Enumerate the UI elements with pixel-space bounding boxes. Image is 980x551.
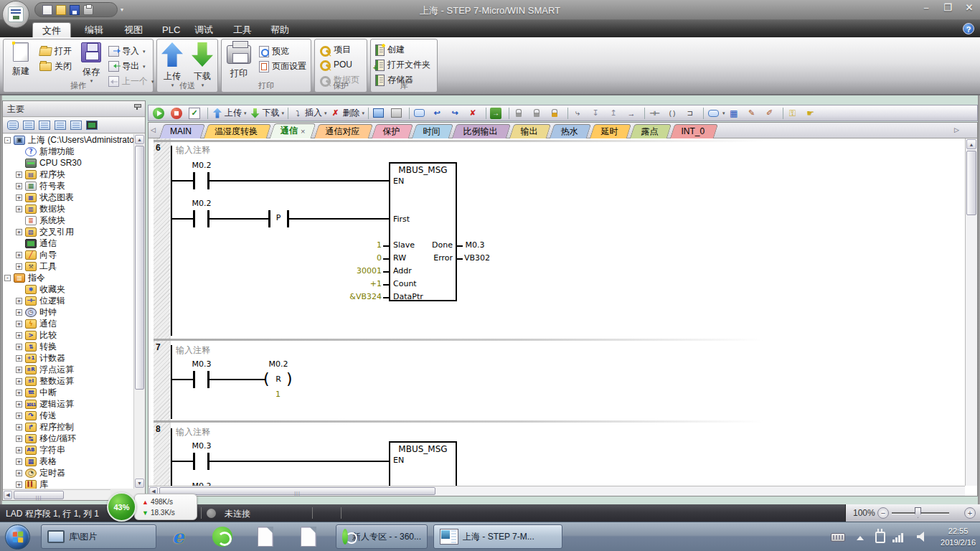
toolbar-button[interactable]: 上传 ▾ xyxy=(210,106,248,120)
tab-scroll-right-icon[interactable]: ▷ xyxy=(954,126,963,135)
expand-toggle[interactable]: + xyxy=(16,206,22,212)
tree-item[interactable]: + 通信 xyxy=(3,318,135,329)
expand-toggle[interactable]: + xyxy=(16,229,22,235)
taskbar-clock[interactable]: 22:55 2019/2/16 xyxy=(941,525,976,548)
tree-item[interactable]: + 程序控制 xyxy=(3,421,135,433)
start-button[interactable] xyxy=(5,524,30,550)
library-open-folder-button[interactable]: 打开文件夹 xyxy=(375,59,430,71)
pou-tab[interactable]: 通信 × xyxy=(270,123,315,138)
print-button[interactable]: 打印 xyxy=(223,41,255,80)
expand-toggle[interactable]: + xyxy=(16,194,22,201)
pin-icon[interactable] xyxy=(133,104,141,113)
contact-label[interactable]: M0.2 xyxy=(192,199,212,208)
tree-item[interactable]: 新增功能 xyxy=(3,146,135,157)
expand-toggle[interactable]: + xyxy=(16,355,22,362)
power-icon[interactable] xyxy=(875,532,885,543)
tree-item[interactable]: 系统块 xyxy=(3,215,135,226)
pou-tab[interactable]: 输出 xyxy=(510,124,550,138)
coil-operand[interactable]: M0.2 xyxy=(269,359,288,369)
toolbar-button[interactable] xyxy=(727,106,745,120)
pou-tab[interactable]: 通信对应 xyxy=(315,124,372,138)
tree-item[interactable]: + 数据块 xyxy=(3,203,135,215)
taskbar-document-icon[interactable] xyxy=(297,526,320,547)
tree-item[interactable]: + 状态图表 xyxy=(3,192,135,203)
tree-item[interactable]: + 时钟 xyxy=(3,306,135,318)
expand-toggle[interactable]: + xyxy=(16,378,22,385)
tree-item[interactable]: + 中断 xyxy=(3,387,135,398)
toolbar-button[interactable]: 删除 ▾ xyxy=(329,106,367,120)
tree-item[interactable]: + 交叉引用 xyxy=(3,226,135,237)
toolbar-button[interactable] xyxy=(512,106,529,120)
page-setup-button[interactable]: 页面设置 xyxy=(259,60,306,72)
view-icon-6[interactable] xyxy=(86,121,98,130)
tab-debug[interactable]: 调试 xyxy=(185,22,222,37)
taskbar-explorer-button[interactable]: 库\图片 xyxy=(41,524,156,549)
tree-item[interactable]: + 逻辑运算 xyxy=(3,398,135,410)
tree-item[interactable]: - 指令 xyxy=(3,272,135,283)
toolbar-button[interactable] xyxy=(489,106,507,120)
pin-value[interactable]: 30001 xyxy=(357,266,382,276)
editor-horizontal-scrollbar[interactable]: ◀ ||| xyxy=(149,486,965,496)
zoom-out-button[interactable]: − xyxy=(877,507,889,519)
expand-toggle[interactable]: + xyxy=(16,447,22,453)
app-icon[interactable] xyxy=(2,1,29,28)
tree-item[interactable]: CPU SR30 xyxy=(3,157,135,169)
tree-item[interactable]: + 字符串 xyxy=(3,444,135,456)
output-operand[interactable]: M0.3 xyxy=(466,240,485,250)
save-button[interactable]: 保存 ▾ xyxy=(75,42,107,84)
tab-close-icon[interactable]: × xyxy=(301,127,305,136)
tree-item[interactable]: + 表格 xyxy=(3,456,135,467)
tree-item[interactable]: + 程序块 xyxy=(3,169,135,180)
toolbar-button[interactable] xyxy=(588,106,606,120)
memory-ball[interactable]: 43% xyxy=(107,492,136,522)
expand-toggle[interactable]: + xyxy=(16,252,22,258)
library-create-button[interactable]: 创建 xyxy=(375,44,405,56)
tab-file[interactable]: 文件 xyxy=(32,22,71,37)
toolbar-button[interactable] xyxy=(567,108,568,119)
expand-toggle[interactable]: + xyxy=(16,171,22,178)
toolbar-button[interactable] xyxy=(509,108,509,119)
volume-icon[interactable] xyxy=(917,532,924,542)
toolbar-button[interactable] xyxy=(665,106,683,120)
expand-toggle[interactable]: + xyxy=(16,332,22,339)
toolbar-button[interactable] xyxy=(570,106,588,120)
toolbar-button[interactable] xyxy=(187,106,205,120)
expand-toggle[interactable]: + xyxy=(16,424,22,430)
toolbar-button[interactable]: 插入 ▾ xyxy=(291,106,329,120)
tree-item[interactable]: + 转换 xyxy=(3,341,135,352)
tree-item[interactable]: + 位逻辑 xyxy=(3,295,135,306)
expand-toggle[interactable]: + xyxy=(16,309,22,316)
expand-toggle[interactable]: - xyxy=(4,137,11,143)
expand-toggle[interactable]: + xyxy=(16,481,22,488)
new-button[interactable]: 新建 xyxy=(5,42,37,77)
tab-view[interactable]: 视图 xyxy=(115,22,152,37)
toolbar-button[interactable] xyxy=(486,108,486,119)
toolbar-button[interactable] xyxy=(409,108,410,119)
pou-tab[interactable]: 比例输出 xyxy=(453,124,510,138)
network-signal-icon[interactable] xyxy=(892,532,905,542)
zoom-slider-thumb[interactable] xyxy=(915,507,921,518)
minimize-button[interactable]: – xyxy=(920,2,933,13)
tray-expand-icon[interactable] xyxy=(857,536,864,540)
tree-horizontal-scrollbar[interactable]: ◀ ||| xyxy=(3,489,110,500)
tab-scroll-left-icon[interactable]: ◁ xyxy=(151,126,159,135)
network-comment[interactable]: 输入注释 xyxy=(176,426,210,438)
editor-vertical-scrollbar[interactable]: ▲ xyxy=(965,138,977,486)
toolbar-button[interactable] xyxy=(624,106,642,120)
tree-item[interactable]: 收藏夹 xyxy=(3,283,135,295)
open-button[interactable]: 打开 xyxy=(39,45,72,57)
toolbar-button[interactable] xyxy=(368,108,369,119)
output-operand[interactable]: VB302 xyxy=(464,253,490,263)
taskbar-step7-button[interactable]: 上海 - STEP 7-M... xyxy=(433,524,562,549)
toolbar-button[interactable] xyxy=(647,106,665,120)
tab-help[interactable]: 帮助 xyxy=(261,22,298,37)
edge-contact-label[interactable]: P xyxy=(276,213,281,222)
help-icon[interactable]: ? xyxy=(963,23,974,34)
expand-toggle[interactable]: + xyxy=(16,435,22,442)
toolbar-button[interactable] xyxy=(804,106,821,120)
expand-toggle[interactable]: + xyxy=(16,413,22,419)
toolbar-button[interactable] xyxy=(169,106,187,120)
taskbar-browser-window-button[interactable]: 新人专区 - - 360... xyxy=(336,524,428,549)
toolbar-button[interactable] xyxy=(448,106,466,120)
toolbar-button[interactable] xyxy=(430,106,448,120)
